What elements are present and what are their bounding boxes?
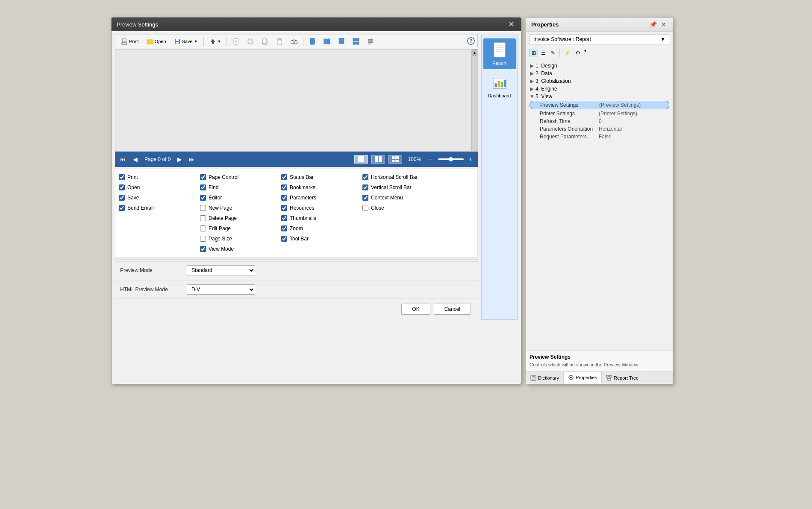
cb-close-input[interactable] — [362, 205, 368, 211]
cb-save-label[interactable]: Save — [127, 195, 139, 201]
cb-statusbar-input[interactable] — [281, 174, 287, 180]
info-btn[interactable]: ? — [244, 37, 257, 46]
cb-print-label[interactable]: Print — [127, 174, 138, 180]
tree-item-view[interactable]: ▼ 5. View — [530, 93, 669, 100]
scroll-btn[interactable] — [364, 37, 377, 46]
props-icon-grid[interactable]: ⊞ — [530, 49, 538, 57]
cb-parameters-input[interactable] — [281, 195, 287, 201]
props-icon-edit[interactable]: ✎ — [549, 49, 557, 57]
cb-statusbar-label[interactable]: Status Bar — [290, 174, 314, 180]
cb-deletepage-label[interactable]: Delete Page — [209, 215, 237, 221]
dual-view-nav-btn[interactable] — [371, 155, 385, 164]
cb-viewmode-label[interactable]: View Mode — [209, 246, 234, 252]
props-dropdown[interactable]: Invoice Software : Report ▼ — [530, 34, 669, 44]
preview-scrollbar[interactable]: ▲ — [471, 50, 477, 151]
single-view-nav-btn[interactable] — [354, 155, 368, 164]
cb-print-input[interactable] — [119, 174, 125, 180]
help-button[interactable]: ? — [467, 37, 475, 46]
html-preview-mode-select[interactable]: DIV Popup Tab — [187, 284, 255, 295]
cb-open-label[interactable]: Open — [127, 184, 140, 190]
cb-sendemail-label[interactable]: Send Email — [127, 205, 153, 211]
cb-vscroll-label[interactable]: Vertical Scroll Bar — [371, 184, 412, 190]
multi-view-nav-btn[interactable] — [388, 155, 402, 164]
nav-up-btn[interactable]: ▼ — [206, 37, 224, 46]
first-page-btn[interactable]: ⏮ — [118, 155, 128, 164]
search-btn[interactable] — [288, 37, 300, 46]
open-toolbar-btn[interactable]: Open — [144, 37, 169, 46]
save-dropdown-arrow[interactable]: ▼ — [194, 39, 198, 44]
zoom-in-btn[interactable]: + — [467, 155, 474, 163]
cancel-button[interactable]: Cancel — [434, 304, 471, 315]
grid-view-btn[interactable] — [350, 37, 362, 46]
cb-zoom-label[interactable]: Zoom — [290, 225, 303, 231]
ok-button[interactable]: OK — [401, 304, 430, 315]
cb-resources-label[interactable]: Resources — [290, 205, 314, 211]
cb-contextmenu-input[interactable] — [362, 195, 368, 201]
cb-vscroll-input[interactable] — [362, 184, 368, 190]
cb-resources-input[interactable] — [281, 205, 287, 211]
cb-sendemail-input[interactable] — [119, 205, 125, 211]
prop-refresh-time-row[interactable]: Refresh Time 0 — [530, 117, 669, 125]
cb-bookmarks-input[interactable] — [281, 184, 287, 190]
paste-btn[interactable] — [273, 37, 286, 46]
dual-page-btn[interactable] — [321, 37, 333, 46]
cb-hscroll-label[interactable]: Horizontal Scroll Bar — [371, 174, 418, 180]
cb-save-input[interactable] — [119, 195, 125, 201]
props-close-button[interactable]: ✕ — [660, 21, 668, 28]
scroll-up-arrow[interactable]: ▲ — [472, 50, 478, 56]
cb-bookmarks-label[interactable]: Bookmarks — [290, 184, 315, 190]
prev-page-btn[interactable]: ◀ — [131, 155, 139, 164]
tab-dictionary[interactable]: Dictionary — [526, 372, 564, 384]
cb-pagesize-label[interactable]: Page Size — [209, 236, 232, 242]
page-btn[interactable] — [229, 37, 242, 46]
cb-hscroll-input[interactable] — [362, 174, 368, 180]
prop-preview-settings-row[interactable]: Preview Settings (Preview Settings) — [530, 101, 669, 109]
preview-mode-select[interactable]: Standard Tab MDI — [187, 265, 255, 275]
cb-editor-input[interactable] — [200, 195, 206, 201]
print-toolbar-btn[interactable]: Print — [118, 37, 142, 46]
cb-pagesize-input[interactable] — [200, 236, 206, 242]
cb-deletepage-input[interactable] — [200, 215, 206, 221]
cb-editpage-input[interactable] — [200, 225, 206, 231]
cb-close-label[interactable]: Close — [371, 205, 384, 211]
tree-item-engine[interactable]: ▶ 4. Engine — [530, 85, 669, 93]
cb-parameters-label[interactable]: Parameters — [290, 195, 316, 201]
cb-newpage-label[interactable]: New Page — [209, 205, 232, 211]
dialog-close-button[interactable]: ✕ — [507, 21, 516, 28]
cb-find-label[interactable]: Find — [209, 184, 218, 190]
tab-report-tree[interactable]: Report Tree — [602, 372, 643, 384]
cb-editpage-label[interactable]: Edit Page — [209, 225, 231, 231]
cb-pagecontrol-label[interactable]: Page Control — [209, 174, 238, 180]
cb-toolbar-input[interactable] — [281, 236, 287, 242]
save-toolbar-btn[interactable]: Save ▼ — [171, 37, 201, 46]
prop-printer-settings-row[interactable]: Printer Settings (Printer Settings) — [530, 110, 669, 117]
prop-request-params-row[interactable]: Request Parameters False — [530, 133, 669, 140]
single-page-btn[interactable] — [306, 37, 319, 46]
cb-viewmode-input[interactable] — [200, 246, 206, 252]
next-page-btn[interactable]: ▶ — [176, 155, 184, 164]
copy-btn[interactable] — [259, 37, 271, 46]
cb-toolbar-label[interactable]: Tool Bar — [290, 236, 309, 242]
tree-item-globalization[interactable]: ▶ 3. Globalization — [530, 77, 669, 85]
last-page-btn[interactable]: ⏭ — [187, 155, 197, 164]
tree-item-design[interactable]: ▶ 1. Design — [530, 62, 669, 70]
cb-editor-label[interactable]: Editor — [209, 195, 222, 201]
zoom-slider[interactable] — [438, 158, 464, 160]
cb-newpage-input[interactable] — [200, 205, 206, 211]
sidebar-report-item[interactable]: Report — [483, 38, 516, 69]
prop-params-orientation-row[interactable]: Parameters Orientation Horizontal — [530, 125, 669, 133]
tab-properties[interactable]: Properties — [564, 372, 602, 384]
props-icon-lightning[interactable]: ⚡ — [562, 49, 573, 57]
props-icon-list[interactable]: ☰ — [539, 49, 548, 57]
zoom-out-btn[interactable]: − — [427, 155, 434, 163]
cb-pagecontrol-input[interactable] — [200, 174, 206, 180]
cb-zoom-input[interactable] — [281, 225, 287, 231]
continuous-btn[interactable] — [335, 37, 348, 46]
cb-open-input[interactable] — [119, 184, 125, 190]
sidebar-dashboard-item[interactable]: Dashboard — [483, 71, 516, 102]
cb-thumbnails-label[interactable]: Thumbnails — [290, 215, 316, 221]
tree-item-data[interactable]: ▶ 2. Data — [530, 70, 669, 77]
cb-thumbnails-input[interactable] — [281, 215, 287, 221]
cb-find-input[interactable] — [200, 184, 206, 190]
cb-contextmenu-label[interactable]: Context Menu — [371, 195, 403, 201]
